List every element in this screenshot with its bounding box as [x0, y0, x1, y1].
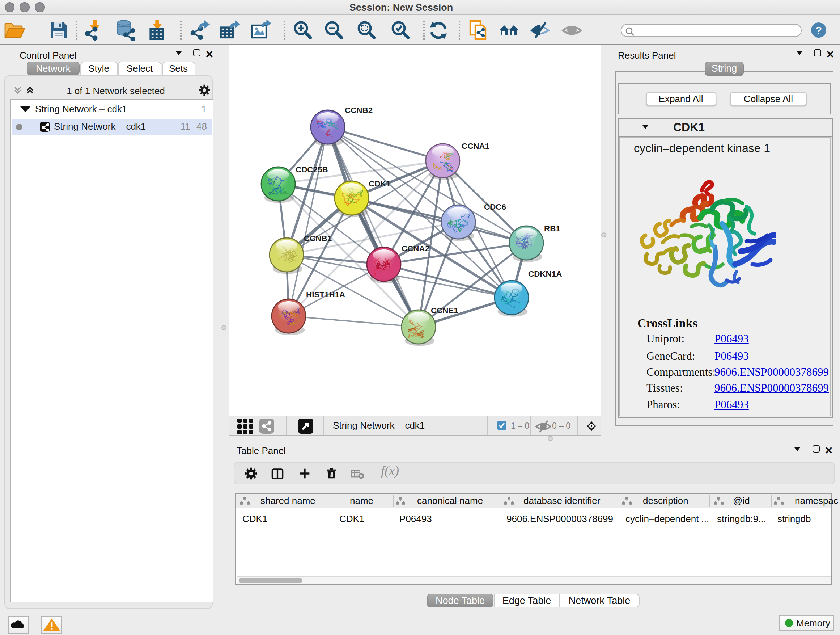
svg-text:CDC6: CDC6	[484, 203, 506, 211]
svg-text:CCNA2: CCNA2	[401, 244, 429, 253]
svg-text:CCNE1: CCNE1	[431, 306, 458, 315]
svg-text:CDC25B: CDC25B	[295, 165, 328, 174]
svg-text:CCNB2: CCNB2	[345, 106, 373, 115]
svg-text:CCNA1: CCNA1	[462, 141, 489, 150]
svg-text:HIST1H1A: HIST1H1A	[306, 290, 345, 299]
svg-text:CDKN1A: CDKN1A	[528, 269, 562, 279]
svg-text:CCNB1: CCNB1	[304, 234, 332, 243]
svg-text:RB1: RB1	[544, 224, 561, 233]
svg-text:CDK1: CDK1	[369, 179, 391, 188]
